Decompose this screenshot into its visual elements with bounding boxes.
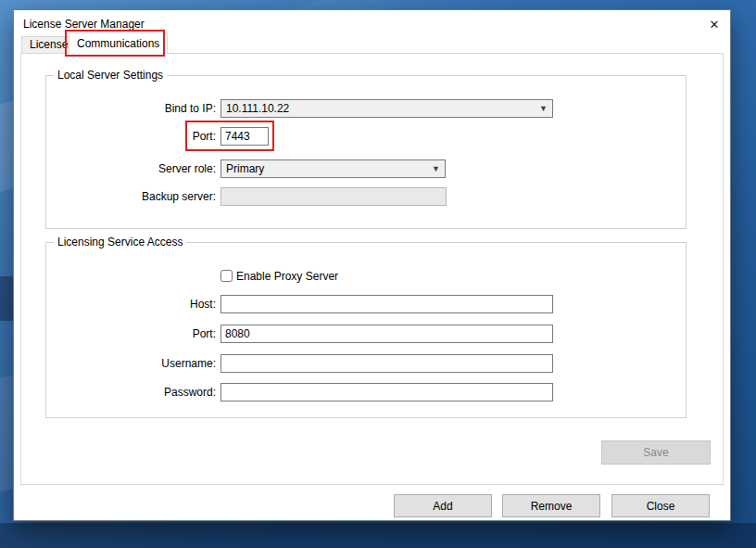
password-label: Password: xyxy=(69,385,216,400)
password-input[interactable] xyxy=(220,383,553,401)
bind-to-ip-label: Bind to IP: xyxy=(69,101,216,116)
local-server-settings-legend: Local Server Settings xyxy=(54,69,167,82)
bind-to-ip-select[interactable]: 10.111.10.22 ▼ xyxy=(220,99,553,118)
close-icon: ✕ xyxy=(710,18,720,32)
enable-proxy-checkbox[interactable] xyxy=(220,270,233,282)
proxy-port-input[interactable] xyxy=(220,325,553,343)
local-server-settings-group: Local Server Settings xyxy=(45,75,687,229)
tab-communications[interactable]: Communications xyxy=(69,32,168,54)
remove-button[interactable]: Remove xyxy=(502,494,600,517)
save-button: Save xyxy=(601,440,711,465)
port-input[interactable] xyxy=(220,127,269,146)
server-role-label: Server role: xyxy=(69,161,216,176)
wallpaper-bottom-band xyxy=(0,523,756,548)
chevron-down-icon: ▼ xyxy=(539,105,548,113)
license-server-manager-dialog: License Server Manager ✕ Licenses Commun… xyxy=(13,9,731,521)
username-label: Username: xyxy=(69,356,216,371)
host-label: Host: xyxy=(69,297,216,312)
username-input[interactable] xyxy=(220,354,553,373)
port-label: Port: xyxy=(69,129,216,144)
server-role-select[interactable]: Primary ▼ xyxy=(220,159,446,178)
chevron-down-icon: ▼ xyxy=(432,165,440,173)
backup-server-label: Backup server: xyxy=(69,189,216,204)
licensing-service-access-legend: Licensing Service Access xyxy=(54,236,186,249)
backup-server-input xyxy=(220,187,447,206)
window-close-button[interactable]: ✕ xyxy=(704,15,724,33)
wallpaper-shade xyxy=(0,276,14,321)
server-role-value: Primary xyxy=(226,162,264,175)
host-input[interactable] xyxy=(220,295,553,313)
proxy-port-label: Port: xyxy=(69,326,216,341)
bind-to-ip-value: 10.111.10.22 xyxy=(226,102,289,115)
close-button[interactable]: Close xyxy=(611,494,710,517)
window-title: License Server Manager xyxy=(23,18,145,31)
enable-proxy-label: Enable Proxy Server xyxy=(236,269,338,284)
add-button[interactable]: Add xyxy=(394,494,492,517)
